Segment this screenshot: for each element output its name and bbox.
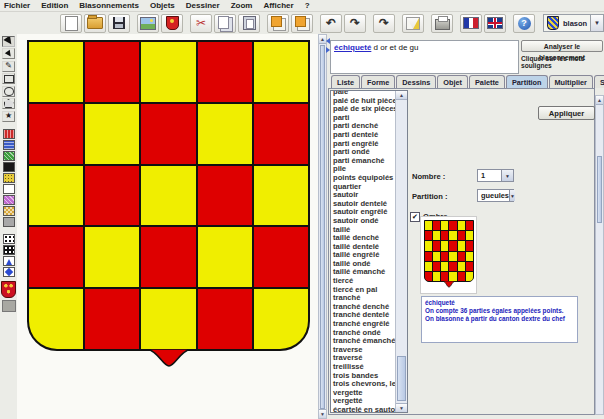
checker-cell (254, 166, 308, 226)
drawing-canvas[interactable] (17, 34, 318, 419)
argent-swatch[interactable] (3, 184, 15, 194)
list-scrollbar-thumb[interactable] (397, 356, 406, 401)
tab-bar: ListeFormeDessinsObjetPalettePartitionMu… (331, 75, 604, 88)
checker-cell (425, 252, 432, 261)
polygon-tool-icon (4, 99, 14, 108)
tab-dessins[interactable]: Dessins (396, 75, 436, 88)
blazon-link-word[interactable]: échiqueté (334, 43, 371, 52)
redo-button[interactable]: ↷ (344, 14, 366, 33)
paste-special-2-button[interactable] (291, 14, 313, 33)
select-tool[interactable] (2, 36, 15, 47)
save-button[interactable] (108, 14, 130, 33)
hermine-fur-swatch[interactable] (3, 234, 15, 244)
pourpre-swatch[interactable] (3, 195, 15, 205)
scroll-down-icon[interactable]: ▼ (396, 403, 407, 412)
azur-swatch[interactable] (3, 140, 15, 150)
canvas-vertical-scrollbar[interactable]: ▲ ▼ (318, 34, 327, 419)
tab-forme[interactable]: Forme (361, 75, 395, 88)
checker-cell (29, 227, 83, 287)
menu-item-zoom[interactable]: Zoom (231, 1, 253, 10)
sinople-swatch[interactable] (3, 151, 15, 161)
menu-item-fichier[interactable]: Fichier (4, 1, 30, 10)
chevron-down-icon[interactable]: ▼ (590, 15, 603, 31)
tab-palette[interactable]: Palette (469, 75, 505, 88)
mirror-button[interactable] (402, 14, 424, 33)
list-scrollbar[interactable]: ▲ ▼ (395, 91, 407, 412)
checker-cell (441, 272, 448, 281)
apply-button[interactable]: Appliquer (538, 106, 595, 120)
checker-cell (141, 227, 195, 287)
description-title: échiqueté (425, 299, 574, 307)
scroll-up-icon[interactable]: ▲ (396, 91, 407, 100)
nombre-value: 1 (478, 170, 501, 181)
scroll-up-icon[interactable]: ▲ (596, 96, 603, 105)
shape-selector-dropdown[interactable]: blason ▼ (543, 14, 604, 32)
checker-cell (141, 289, 195, 349)
rotate-arrow-icon: ↷ (379, 17, 389, 29)
checker-cell (458, 272, 465, 281)
chevron-down-icon[interactable]: ▼ (509, 190, 515, 201)
menu-item-objets[interactable]: Objets (150, 1, 175, 10)
checker-cell (441, 231, 448, 240)
help-button[interactable]: ? (513, 14, 535, 33)
menu-item-edition[interactable]: Edition (41, 1, 68, 10)
star-tool[interactable]: ★ (2, 111, 15, 122)
scroll-down-icon[interactable]: ▼ (319, 409, 326, 418)
tab-partition[interactable]: Partition (506, 75, 548, 88)
paste-special-button[interactable] (267, 14, 289, 33)
contre-vair-fur-swatch[interactable] (3, 267, 15, 277)
cut-button[interactable]: ✂ (190, 14, 212, 33)
or-swatch[interactable] (3, 173, 15, 183)
new-document-button[interactable] (60, 14, 82, 33)
tab-liste[interactable]: Liste (331, 75, 360, 88)
blazon-text-area[interactable]: échiqueté d or et de gu (330, 40, 519, 74)
shield-button[interactable] (161, 14, 183, 33)
checker-cell (198, 289, 252, 349)
rectangle-tool[interactable] (2, 73, 15, 84)
pen-tool[interactable]: ✎ (2, 61, 15, 72)
rotate-button[interactable]: ↷ (373, 14, 395, 33)
palette-extra-button[interactable] (2, 300, 16, 312)
menu-item-afficher[interactable]: Afficher (263, 1, 293, 10)
partition-dropdown[interactable]: gueules ▼ (477, 189, 514, 202)
panel-scrollbar-thumb[interactable] (597, 156, 602, 223)
direct-select-tool[interactable] (2, 48, 15, 59)
language-english-button[interactable] (484, 14, 506, 33)
gueules-swatch[interactable] (3, 129, 15, 139)
print-button[interactable] (431, 14, 453, 33)
checker-cell (85, 42, 139, 102)
ombre-checkbox[interactable]: ✔ (410, 212, 420, 222)
paste-icon (243, 16, 256, 30)
scroll-up-icon[interactable]: ▲ (319, 35, 326, 44)
tab-sem-[interactable]: Semé (594, 75, 604, 88)
orange-swatch[interactable] (3, 206, 15, 216)
list-item[interactable]: écartelé en sautoir (333, 406, 394, 413)
canvas-scrollbar-thumb[interactable] (320, 45, 325, 409)
ellipse-tool[interactable] (2, 86, 15, 97)
direct-select-tool-icon (4, 49, 12, 57)
paste-button[interactable] (238, 14, 260, 33)
polygon-tool[interactable] (2, 98, 15, 109)
menu-item-dessiner[interactable]: Dessiner (186, 1, 220, 10)
gris-swatch[interactable] (3, 217, 15, 227)
undo-button[interactable]: ↶ (320, 14, 342, 33)
tab-objet[interactable]: Objet (437, 75, 468, 88)
sable-swatch[interactable] (3, 162, 15, 172)
contre-hermine-fur-swatch[interactable] (3, 245, 15, 255)
panel-vertical-scrollbar[interactable]: ▲ (595, 95, 604, 415)
chevron-down-icon[interactable]: ▼ (501, 170, 513, 181)
checker-cell (29, 289, 83, 349)
language-french-button[interactable] (460, 14, 482, 33)
analyze-blazon-button[interactable]: Analyser le blasonnement (521, 40, 603, 52)
open-button[interactable] (84, 14, 106, 33)
menu-item-?[interactable]: ? (305, 1, 310, 10)
nombre-dropdown[interactable]: 1 ▼ (477, 169, 514, 182)
french-flag-icon (463, 17, 479, 29)
menu-item-blasonnements[interactable]: Blasonnements (79, 1, 139, 10)
checker-cell (449, 252, 456, 261)
copy-button[interactable] (214, 14, 236, 33)
export-image-button[interactable] (137, 14, 159, 33)
main-shield-echiquete[interactable] (27, 40, 310, 351)
vair-fur-swatch[interactable] (3, 256, 15, 266)
tab-multiplier[interactable]: Multiplier (549, 75, 593, 88)
